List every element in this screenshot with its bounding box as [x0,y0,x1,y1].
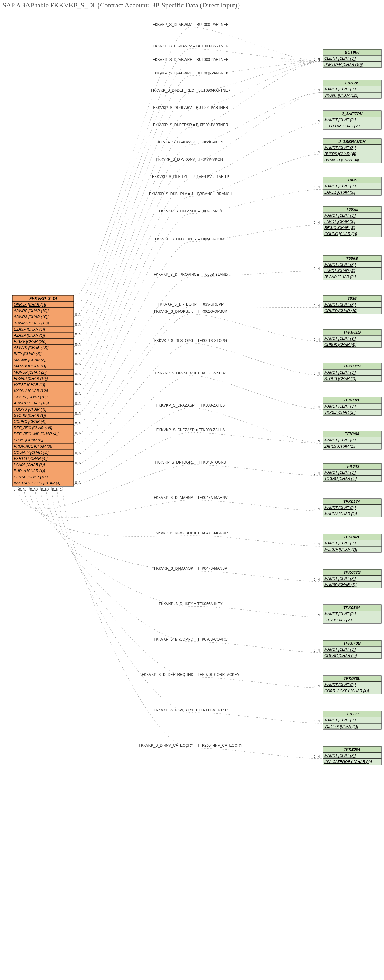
svg-text:T005: T005 [348,178,357,182]
svg-text:FKKVKP_S_DI-BUPLA = J_1BBRANCH: FKKVKP_S_DI-BUPLA = J_1BBRANCH-BRANCH [149,192,232,196]
svg-text:MANDT [CLNT (3)]: MANDT [CLNT (3)] [324,718,356,722]
svg-text:VKONV [CHAR (12)]: VKONV [CHAR (12)] [14,389,48,393]
svg-text:MANDT [CLNT (3)]: MANDT [CLNT (3)] [324,146,356,150]
svg-text:FKKVK: FKKVK [345,81,359,85]
svg-text:TFK047F: TFK047F [344,535,361,539]
svg-text:FKKVKP_S_DI-MANSP = TFK047S-MA: FKKVKP_S_DI-MANSP = TFK047S-MANSP [154,566,227,571]
svg-text:FKKVKP_S_DI-VKPBZ = TFK002F-VK: FKKVKP_S_DI-VKPBZ = TFK002F-VKPBZ [155,371,226,375]
svg-text:OPBUK [CHAR (4)]: OPBUK [CHAR (4)] [324,342,357,347]
svg-text:FKKVKP_S_DI: FKKVKP_S_DI [29,296,57,301]
svg-text:0..N: 0..N [75,481,81,484]
svg-text:0..N: 0..N [314,649,320,652]
svg-text:FKKVKP_S_DI-VKONV = FKKVK-VKON: FKKVKP_S_DI-VKONV = FKKVK-VKONT [156,157,225,162]
svg-text:LAND1 [CHAR (3)]: LAND1 [CHAR (3)] [324,269,355,273]
svg-text:TFK008: TFK008 [345,431,360,436]
svg-text:BUKRS [CHAR (4)]: BUKRS [CHAR (4)] [324,152,356,156]
svg-text:ABWRA [CHAR (10)]: ABWRA [CHAR (10)] [14,315,49,319]
svg-text:TFK070L: TFK070L [344,676,361,681]
svg-text:0..N: 0..N [314,439,320,443]
svg-text:0..N: 0..N [75,412,81,415]
svg-text:VKPBZ [CHAR (2)]: VKPBZ [CHAR (2)] [324,410,356,415]
svg-text:FDGRP [CHAR (10)]: FDGRP [CHAR (10)] [14,376,48,381]
svg-text:0..N: 0..N [314,150,320,154]
svg-text:MANDT [CLNT (3)]: MANDT [CLNT (3)] [324,541,356,546]
svg-text:TFK047S: TFK047S [343,570,361,574]
svg-text:MGRUP [CHAR (2)]: MGRUP [CHAR (2)] [14,370,47,375]
svg-text:FKKVKP_S_DI-OPBUK = TFK001G-OP: FKKVKP_S_DI-OPBUK = TFK001G-OPBUK [154,309,227,313]
svg-text:PROVINCE [CHAR (3)]: PROVINCE [CHAR (3)] [14,444,52,449]
svg-text:MANSP [CHAR (1)]: MANSP [CHAR (1)] [14,364,46,368]
svg-text:0..N: 0..N [75,362,81,366]
svg-text:MANDT [CLNT (3)]: MANDT [CLNT (3)] [324,370,356,375]
svg-text:LAND1 [CHAR (3)]: LAND1 [CHAR (3)] [324,190,355,194]
svg-text:FKKVKP_S_DI-ABWRH = BUT000-PAR: FKKVKP_S_DI-ABWRH = BUT000-PARTNER [152,71,229,75]
svg-text:REGIO [CHAR (3)]: REGIO [CHAR (3)] [324,226,355,230]
svg-text:FKKVKP_S_DI-GPARV = BUT000-PAR: FKKVKP_S_DI-GPARV = BUT000-PARTNER [153,106,228,110]
svg-text:FKKVKP_S_DI-ABWVK = FKKVK-VKON: FKKVKP_S_DI-ABWVK = FKKVK-VKONT [156,140,226,144]
svg-text:0..N: 0..N [314,507,320,511]
svg-text:MGRUP [CHAR (2)]: MGRUP [CHAR (2)] [324,547,357,552]
svg-text:0..N: 0..N [75,402,81,406]
svg-text:1: 1 [75,303,77,307]
svg-text:TFK056A: TFK056A [343,605,361,610]
svg-text:ZAHLS [CHAR (1)]: ZAHLS [CHAR (1)] [324,444,355,449]
svg-text:VKONT [CHAR (12)]: VKONT [CHAR (12)] [324,93,359,97]
svg-text:MANDT [CLNT (3)]: MANDT [CLNT (3)] [324,682,356,687]
svg-text:LAND1 [CHAR (3)]: LAND1 [CHAR (3)] [324,220,355,224]
svg-text:MANDT [CLNT (3)]: MANDT [CLNT (3)] [324,184,356,188]
svg-text:0..N: 0..N [314,88,320,92]
svg-text:J_1AFITP [CHAR (2)]: J_1AFITP [CHAR (2)] [324,124,360,128]
svg-text:FKKVKP_S_DI-FDGRP = T035-GRUPP: FKKVKP_S_DI-FDGRP = T035-GRUPP [158,302,224,307]
svg-text:OPBUK [CHAR (4)]: OPBUK [CHAR (4)] [14,302,46,307]
svg-text:J_1AFITPV: J_1AFITPV [341,111,363,116]
svg-text:MANDT [CLNT (3)]: MANDT [CLNT (3)] [324,647,356,652]
svg-text:1: 1 [75,293,77,297]
svg-text:INV_CATEGORY [CHAR (4)]: INV_CATEGORY [CHAR (4)] [324,760,372,764]
svg-text:MANDT [CLNT (3)]: MANDT [CLNT (3)] [324,506,356,510]
svg-text:0..N: 0..N [314,684,320,687]
svg-text:1: 1 [75,471,77,475]
svg-text:1: 1 [60,488,62,491]
svg-text:MANDT [CLNT (3)]: MANDT [CLNT (3)] [324,438,356,442]
svg-text:TFK043: TFK043 [345,464,360,468]
svg-text:0..N: 0..N [314,542,320,546]
svg-text:BLAND [CHAR (3)]: BLAND [CHAR (3)] [324,275,356,279]
svg-text:COUNTY [CHAR (3)]: COUNTY [CHAR (3)] [14,450,49,455]
svg-text:0..N: 0..N [314,719,320,723]
svg-text:FKKVKP_S_DI-EZASP = TFK008-ZAH: FKKVKP_S_DI-EZASP = TFK008-ZAHLS [157,428,225,432]
svg-text:MANDT [CLNT (3)]: MANDT [CLNT (3)] [324,262,356,267]
svg-text:0..N: 0..N [75,422,81,425]
svg-text:J_1BBRANCH: J_1BBRANCH [338,139,365,144]
svg-text:CORR_ACKEY [CHAR (4)]: CORR_ACKEY [CHAR (4)] [324,689,369,693]
svg-text:COUNC [CHAR (3)]: COUNC [CHAR (3)] [324,232,357,236]
svg-text:0..N: 0..N [314,185,320,189]
svg-text:T005S: T005S [346,256,358,261]
svg-text:T035: T035 [348,296,357,301]
svg-text:PERSR [CHAR (10)]: PERSR [CHAR (10)] [14,475,48,479]
svg-text:0..N: 0..N [314,304,320,307]
svg-text:MANDT [CLNT (3)]: MANDT [CLNT (3)] [324,576,356,581]
svg-text:ABWRE [CHAR (10)]: ABWRE [CHAR (10)] [14,309,49,313]
page-title: SAP ABAP table FKKVKP_S_DI {Contract Acc… [2,1,382,9]
svg-text:0..N: 0..N [75,372,81,376]
svg-text:COPRC [CHAR (4)]: COPRC [CHAR (4)] [324,654,357,658]
svg-text:EIGBV [CHAR (25)]: EIGBV [CHAR (25)] [14,339,46,344]
svg-text:FKKVKP_S_DI-STOPG = TFK001S-ST: FKKVKP_S_DI-STOPG = TFK001S-STOPG [154,339,227,343]
svg-text:FKKVKP_S_DI-PERSR = BUT000-PAR: FKKVKP_S_DI-PERSR = BUT000-PARTNER [153,123,228,127]
svg-text:0..N: 0..N [314,57,320,61]
svg-text:0..N: 0..N [75,352,81,356]
svg-text:FKKVKP_S_DI-COPRC = TFK070B-CO: FKKVKP_S_DI-COPRC = TFK070B-COPRC [154,637,227,641]
svg-text:TFK070B: TFK070B [343,641,361,646]
svg-text:CLIENT [CLNT (3)]: CLIENT [CLNT (3)] [324,56,356,60]
svg-text:TFK002F: TFK002F [344,398,361,402]
svg-text:IKEY [CHAR (2)]: IKEY [CHAR (2)] [14,352,41,356]
svg-text:MANDT [CLNT (3)]: MANDT [CLNT (3)] [324,302,356,307]
svg-text:BRANCH [CHAR (4)]: BRANCH [CHAR (4)] [324,158,359,162]
svg-text:VERTYP [CHAR (4)]: VERTYP [CHAR (4)] [14,457,48,461]
svg-text:ABWMA [CHAR (10)]: ABWMA [CHAR (10)] [14,321,49,325]
svg-text:VERTYP [CHAR (4)]: VERTYP [CHAR (4)] [324,724,358,729]
svg-text:MANDT [CLNT (3)]: MANDT [CLNT (3)] [324,612,356,616]
svg-text:0..N: 0..N [75,461,81,465]
svg-text:0..N: 0..N [314,471,320,475]
svg-text:0..N: 0..N [314,578,320,581]
